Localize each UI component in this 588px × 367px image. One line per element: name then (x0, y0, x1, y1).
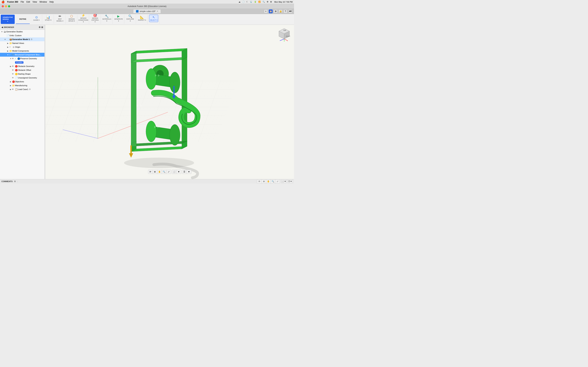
edit-model-button[interactable]: ✏ EDIT MODEL ▾ (55, 15, 64, 22)
design-space-icon: ⬡ (70, 15, 73, 18)
tree-item-origin[interactable]: ▶ 👁 ⊕ Origin (0, 45, 44, 49)
navigation-cube[interactable]: TOP RIGHT X Y (277, 28, 291, 42)
profile-button[interactable]: AR (288, 9, 292, 13)
expand-named-views[interactable]: ▶ (7, 42, 9, 44)
pan-tool-status[interactable]: ⊕ (262, 179, 266, 183)
tree-item-4bodies[interactable]: 4 bodies (0, 60, 44, 64)
statusbar-separator: | (17, 180, 18, 183)
eye-icon-unassigned[interactable]: 👁 (12, 77, 15, 79)
menu-file[interactable]: File (21, 1, 24, 3)
sidebar-settings-icon[interactable]: ⚙ (39, 26, 41, 28)
settings-button[interactable]: ⚙ (274, 9, 277, 13)
environment-status[interactable]: ☰▼ (288, 179, 293, 183)
design-criteria-button[interactable]: 🎯 DESIGN CRITERIA ▾ (90, 15, 100, 22)
svg-point-9 (170, 72, 180, 93)
fit-button[interactable]: 🔍 (162, 170, 166, 174)
home-button[interactable]: 🏠 (269, 9, 273, 13)
design-conditions-button[interactable]: ⚡ DESIGN CONDITIONS ▾ (79, 15, 88, 22)
display-mode-button[interactable]: ⬜ (172, 170, 177, 174)
expand-objectives[interactable]: ▶ (9, 81, 12, 83)
tree-item-named-views[interactable]: ▶ 📁 Named Views (0, 41, 44, 45)
generative-design-button[interactable]: GENERATIVEDESIGN ▼ (1, 15, 15, 24)
tree-item-unassigned-geometry[interactable]: 👁 📄 Unassigned Geometry (0, 76, 44, 80)
menu-fusion360[interactable]: Fusion 360 (7, 1, 18, 3)
document-tab[interactable]: 🟦 simple cube v18* ✕ (133, 9, 161, 13)
environment-arrow-button[interactable]: ▼ (187, 170, 191, 174)
tree-label-manufacturing: Manufacturing (15, 84, 27, 86)
tree-item-generative-studies[interactable]: ▼ 🗂 Generative Studies (0, 30, 44, 33)
select-button[interactable]: ↖ SELECT ▾ (149, 15, 158, 22)
tree-item-obstacle-geometry[interactable]: ▶ 👁 🔴 Obstacle Geometry (0, 64, 44, 68)
3d-viewport[interactable]: ⏵⏵ ⏵⏵ ⏵⏵ TOP RIGHT X Y (45, 25, 294, 179)
study-button[interactable]: 📊 STUDY ▾ (43, 15, 53, 22)
inspect-icon: 📐 (140, 16, 144, 19)
guide-button[interactable]: ⊙ GUIDE ▾ (32, 15, 41, 22)
zoom-button[interactable]: ✋ (157, 170, 162, 174)
expand-icon[interactable]: ▼ (1, 31, 3, 33)
tree-item-obstacle-offset[interactable]: 👁 🔴 Obstacle Offset (0, 68, 44, 72)
tree-item-objectives[interactable]: ▶ 🔴 Objectives (0, 80, 44, 83)
expand-load-case[interactable]: ▶ (9, 88, 12, 90)
settings-icon-statusbar[interactable]: ⚙ (14, 180, 16, 183)
menu-window[interactable]: Window (40, 1, 47, 3)
expand-manufacturing[interactable]: ▶ (9, 84, 12, 86)
eye-icon-load-case[interactable]: 👁 (12, 88, 15, 90)
hand-tool-status[interactable]: ✋ (266, 179, 271, 183)
edit-model-icon: ✏ (59, 15, 61, 18)
menubar-left: 🍎 Fusion 360 File Edit View Window Help (1, 0, 54, 3)
help-button[interactable]: ? (284, 9, 287, 13)
zoom-extents-button[interactable]: ⤢ (166, 170, 171, 174)
browser-collapse-icon[interactable]: ◀ (1, 26, 3, 28)
design-space-button[interactable]: ⬡ DESIGN SPACE ▾ (67, 15, 76, 22)
expand-preserve[interactable]: ▼ (9, 58, 12, 60)
toolbar-group-design-criteria: 🎯 DESIGN CRITERIA ▾ (89, 15, 101, 24)
tree-item-load-case-1[interactable]: ▶ 👁 📋 Load Case1 ⚙ (0, 87, 44, 91)
search-icon[interactable]: 🔍 (262, 1, 265, 3)
expand-gen-model[interactable]: ▼ (4, 38, 6, 40)
inspect-button[interactable]: 📐 INSPECT ▾ (137, 15, 147, 22)
menu-edit[interactable]: Edit (26, 1, 30, 3)
display-arrow-button[interactable]: ▼ (177, 170, 181, 174)
tree-item-structural-component[interactable]: ▼ ✓ 🔧 Structural Component Stuc... (0, 53, 44, 57)
zoom-tool-status[interactable]: 🔍 (271, 179, 275, 183)
new-tab-button[interactable]: + (264, 9, 268, 13)
environment-button[interactable]: ☰ (182, 170, 187, 174)
eye-icon-origin[interactable]: 👁 (9, 46, 12, 48)
eye-icon-starting-shape[interactable]: 👁 (12, 73, 15, 75)
tab-close-button[interactable]: ✕ (157, 10, 158, 12)
tree-item-generative-model-1[interactable]: ▼ 📦 Generative Model 1 ⚙ (0, 37, 44, 41)
eye-icon-preserve[interactable]: 👁 (12, 58, 15, 60)
notifications-button[interactable]: 🔔 (279, 9, 282, 13)
menu-help[interactable]: Help (49, 1, 54, 3)
tree-item-preserve-geometry[interactable]: ▼ 👁 ✓ 🔵 Preserve Geometry (0, 57, 44, 60)
tree-item-manufacturing[interactable]: ▶ 📁 Manufacturing (0, 83, 44, 87)
fullscreen-button[interactable] (8, 5, 10, 7)
expand-obstacle[interactable]: ▶ (9, 65, 12, 67)
control-center-icon[interactable]: ⚙ (267, 1, 268, 3)
orbit-button[interactable]: ⟳ (148, 170, 153, 174)
define-tab[interactable]: DEFINE (16, 15, 30, 24)
orbit-tool-status[interactable]: ⟳ (257, 179, 262, 183)
close-button[interactable] (2, 5, 4, 7)
expand-structural[interactable]: ▼ (7, 54, 9, 56)
expand-origin[interactable]: ▶ (7, 46, 9, 48)
tree-item-model-components[interactable]: ▶ 📁 Model Components (0, 49, 44, 53)
minimize-button[interactable] (5, 5, 7, 7)
svg-text:⏵⏵: ⏵⏵ (136, 103, 143, 108)
sidebar-resize-icon[interactable]: ⊞ (41, 26, 43, 28)
magnify-tool-status[interactable]: ⤢ (275, 179, 280, 183)
materials-button[interactable]: 🔧 MATERIALS ▾ (102, 15, 111, 22)
tree-item-starting-shape[interactable]: 👁 🟡 Starting Shape (0, 72, 44, 76)
svg-text:X: X (287, 40, 288, 42)
expand-model-components[interactable]: ▶ (7, 50, 9, 52)
menu-view[interactable]: View (33, 1, 37, 3)
pan-button[interactable]: ⊕ (153, 170, 157, 174)
apple-menu[interactable]: 🍎 (1, 0, 5, 3)
notification-icon[interactable]: ⊞ (270, 1, 272, 3)
generate-button[interactable]: ▶ GENERATE ▾ (114, 15, 123, 22)
explore-button[interactable]: 🔍 EXPLORE ▾ (126, 15, 135, 22)
eye-icon-obstacle[interactable]: 👁 (12, 65, 15, 67)
eye-icon-obstacle-offset[interactable]: 👁 (12, 69, 15, 71)
display-mode-status[interactable]: ⬜▼ (282, 179, 286, 183)
generate-icon: ▶ (117, 15, 120, 18)
